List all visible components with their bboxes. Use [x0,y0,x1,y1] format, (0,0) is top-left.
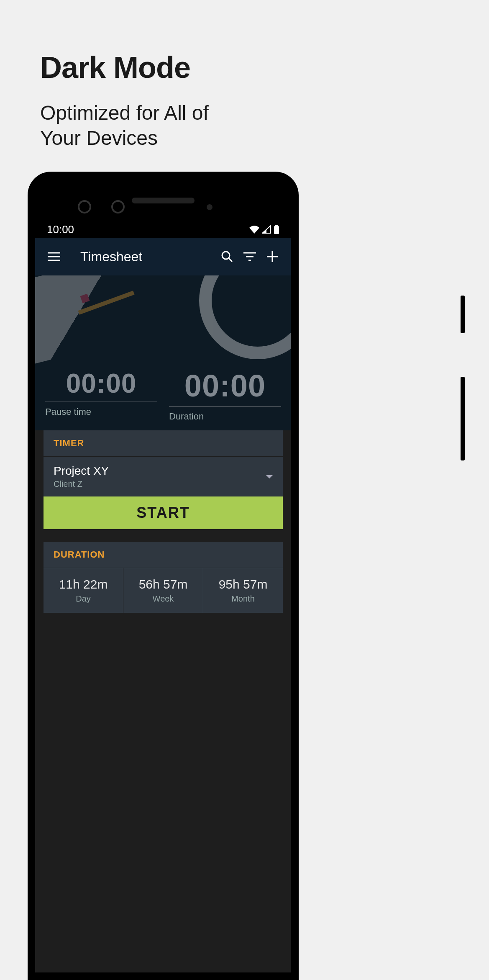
app-content: Timesheet [35,238,291,972]
timer-card: TIMER Project XY Client Z [44,430,283,496]
duration-month-label: Month [207,594,279,604]
phone-side-button-1 [461,296,465,333]
filter-icon [243,252,256,261]
timer-card-header: TIMER [44,430,283,457]
status-bar: 10:00 [35,221,291,238]
svg-rect-1 [274,226,279,234]
phone-camera-3 [207,204,212,210]
project-name: Project XY [54,464,109,478]
duration-cell-week[interactable]: 56h 57m Week [123,568,203,613]
pause-time-label: Pause time [45,406,157,417]
promo-title: Dark Mode [40,50,190,85]
duration-day-value: 11h 22m [48,577,119,592]
menu-button[interactable] [43,245,65,268]
duration-value: 00:00 [169,368,281,407]
pause-time-value: 00:00 [45,368,157,402]
duration-grid: 11h 22m Day 56h 57m Week 95h 57m Month [44,568,283,613]
phone-camera-2 [111,200,125,213]
status-time: 10:00 [47,223,74,236]
timers-row: 00:00 Pause time 00:00 Duration [35,368,291,422]
phone-frame: 10:00 Timesheet [28,172,299,980]
add-button[interactable] [261,245,284,268]
svg-rect-0 [275,225,278,226]
duration-block[interactable]: 00:00 Duration [169,368,281,422]
duration-label: Duration [169,411,281,422]
promo-subtitle-line1: Optimized for All of [40,102,209,124]
hero-section: 00:00 Pause time 00:00 Duration [35,275,291,430]
duration-week-label: Week [128,594,199,604]
duration-month-value: 95h 57m [207,577,279,592]
duration-cell-month[interactable]: 95h 57m Month [203,568,283,613]
phone-screen: 10:00 Timesheet [35,179,291,972]
hamburger-icon [48,252,60,261]
plus-icon [267,251,278,262]
promo-subtitle: Optimized for All of Your Devices [40,100,209,151]
promo-subtitle-line2: Your Devices [40,127,158,149]
status-icons [249,225,279,234]
project-selector[interactable]: Project XY Client Z [44,457,283,496]
duration-cell-day[interactable]: 11h 22m Day [44,568,123,613]
svg-point-2 [222,252,230,259]
chevron-down-icon [266,475,273,478]
search-button[interactable] [216,245,238,268]
duration-week-value: 56h 57m [128,577,199,592]
search-icon [221,250,233,263]
duration-day-label: Day [48,594,119,604]
wifi-icon [249,225,259,234]
phone-side-button-2 [461,377,465,460]
phone-camera-1 [78,200,91,213]
duration-card: DURATION 11h 22m Day 56h 57m Week 95h 57… [44,542,283,613]
app-bar: Timesheet [35,238,291,275]
duration-card-header: DURATION [44,542,283,568]
filter-button[interactable] [238,245,261,268]
battery-icon [274,225,279,234]
app-title: Timesheet [80,249,216,265]
start-button[interactable]: START [44,496,283,529]
client-name: Client Z [54,479,109,489]
pause-time-block[interactable]: 00:00 Pause time [45,368,157,422]
phone-speaker [132,198,195,203]
signal-icon [262,225,271,234]
